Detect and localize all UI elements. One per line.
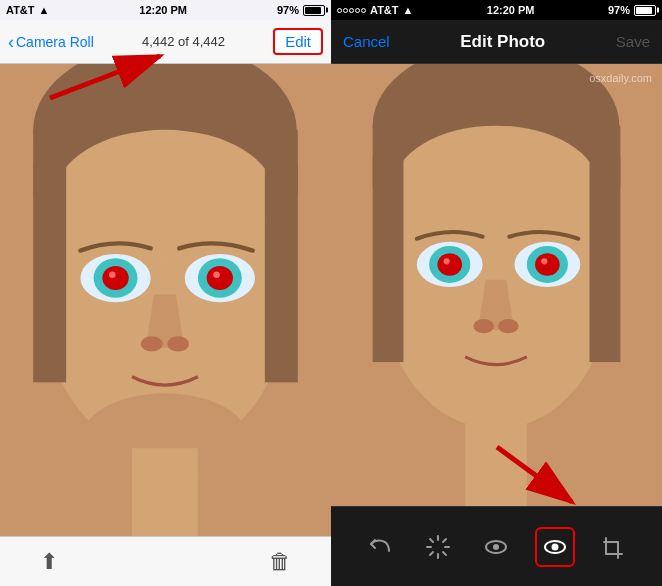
right-nav-bar: Cancel Edit Photo Save — [331, 20, 662, 64]
svg-point-36 — [473, 319, 494, 333]
svg-line-43 — [430, 539, 433, 542]
trash-button[interactable]: 🗑 — [269, 549, 291, 575]
redeye-off-icon — [483, 534, 509, 560]
left-carrier: AT&T — [6, 4, 35, 16]
sig-dot-1 — [337, 8, 342, 13]
right-battery-pct: 97% — [608, 4, 630, 16]
svg-point-12 — [109, 271, 116, 278]
edit-photo-title: Edit Photo — [460, 32, 545, 52]
left-toolbar: ⬆ 🗑 — [0, 536, 331, 586]
right-photo — [331, 64, 662, 506]
svg-point-18 — [167, 336, 189, 351]
left-status-left: AT&T ▲ — [6, 4, 49, 16]
back-chevron-icon: ‹ — [8, 33, 14, 51]
sig-dot-3 — [349, 8, 354, 13]
crop-button[interactable] — [593, 527, 633, 567]
svg-point-50 — [551, 543, 558, 550]
right-carrier: AT&T — [370, 4, 399, 16]
save-button[interactable]: Save — [616, 33, 650, 50]
svg-rect-38 — [465, 424, 527, 506]
redeye-off-button[interactable] — [476, 527, 516, 567]
left-battery-icon: 97% — [277, 4, 299, 16]
left-status-bar: AT&T ▲ 12:20 PM 97% — [0, 0, 331, 20]
sig-dot-2 — [343, 8, 348, 13]
right-panel: AT&T ▲ 12:20 PM 97% Cancel Edit Photo Sa… — [331, 0, 662, 586]
svg-rect-7 — [33, 163, 66, 383]
redeye-icon — [542, 534, 568, 560]
left-wifi-icon: ▲ — [39, 4, 50, 16]
undo-button[interactable] — [360, 527, 400, 567]
svg-point-11 — [102, 266, 128, 290]
svg-point-17 — [141, 336, 163, 351]
crop-icon — [600, 534, 626, 560]
svg-line-45 — [443, 539, 446, 542]
svg-line-44 — [443, 552, 446, 555]
right-toolbar — [331, 506, 662, 586]
svg-line-1 — [50, 56, 160, 98]
svg-point-16 — [213, 271, 220, 278]
red-arrow-left — [40, 48, 180, 112]
right-wifi-icon: ▲ — [403, 4, 414, 16]
left-photo — [0, 64, 331, 536]
svg-rect-26 — [373, 157, 404, 363]
right-battery — [634, 5, 656, 16]
photo-count: 4,442 of 4,442 — [142, 34, 225, 49]
undo-icon — [367, 534, 393, 560]
right-status-right: 97% — [608, 4, 656, 16]
sig-dot-4 — [355, 8, 360, 13]
left-battery — [303, 5, 325, 16]
watermark: osxdaily.com — [589, 72, 652, 84]
share-button[interactable]: ⬆ — [40, 549, 58, 575]
sig-dot-5 — [361, 8, 366, 13]
right-battery-fill — [636, 7, 652, 14]
right-time: 12:20 PM — [487, 4, 535, 16]
svg-rect-8 — [265, 163, 298, 383]
right-signal — [337, 8, 366, 13]
svg-rect-20 — [132, 448, 198, 536]
svg-point-48 — [493, 544, 499, 550]
svg-point-31 — [444, 258, 450, 264]
svg-point-30 — [437, 253, 462, 276]
enhance-button[interactable] — [418, 527, 458, 567]
left-battery-fill — [305, 7, 321, 14]
svg-point-15 — [207, 266, 233, 290]
enhance-icon — [425, 534, 451, 560]
svg-line-46 — [430, 552, 433, 555]
svg-point-35 — [541, 258, 547, 264]
left-battery-pct: 97% — [277, 4, 299, 16]
right-status-left: AT&T ▲ — [337, 4, 413, 16]
left-time: 12:20 PM — [139, 4, 187, 16]
edit-button[interactable]: Edit — [273, 28, 323, 55]
left-status-right: 97% — [277, 4, 325, 16]
right-photo-area — [331, 64, 662, 506]
left-panel: AT&T ▲ 12:20 PM 97% ‹ Camera Roll 4,442 … — [0, 0, 331, 586]
right-battery-body — [634, 5, 656, 16]
left-photo-area — [0, 64, 331, 536]
cancel-button[interactable]: Cancel — [343, 33, 390, 50]
right-status-bar: AT&T ▲ 12:20 PM 97% — [331, 0, 662, 20]
svg-rect-27 — [590, 157, 621, 363]
left-battery-body — [303, 5, 325, 16]
svg-point-34 — [535, 253, 560, 276]
redeye-button[interactable] — [535, 527, 575, 567]
svg-point-6 — [55, 130, 275, 262]
svg-point-37 — [498, 319, 519, 333]
svg-point-25 — [393, 126, 599, 249]
